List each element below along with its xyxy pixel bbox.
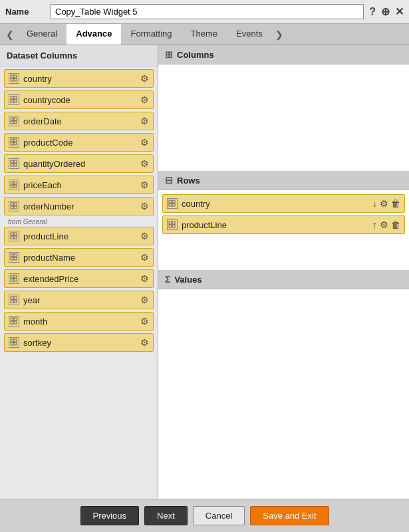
footer: Previous Next Cancel Save and Exit xyxy=(0,499,409,532)
tab-events[interactable]: Events xyxy=(227,24,272,45)
svg-rect-46 xyxy=(11,321,13,324)
row-delete-icon[interactable]: 🗑 xyxy=(391,198,400,209)
svg-rect-24 xyxy=(11,203,13,205)
column-gear-icon[interactable]: ⚙ xyxy=(140,137,149,148)
values-section-body xyxy=(158,289,409,499)
column-type-icon xyxy=(9,273,19,284)
tab-advance[interactable]: Advance xyxy=(67,24,121,45)
row-delete-icon[interactable]: 🗑 xyxy=(391,219,400,230)
svg-rect-21 xyxy=(14,182,17,184)
svg-rect-44 xyxy=(11,318,13,321)
row-gear-icon[interactable]: ⚙ xyxy=(380,219,388,230)
svg-rect-22 xyxy=(11,185,13,188)
column-gear-icon[interactable]: ⚙ xyxy=(140,180,149,190)
svg-rect-37 xyxy=(14,275,17,278)
svg-rect-12 xyxy=(11,139,13,142)
list-item[interactable]: extendedPrice ⚙ xyxy=(4,269,154,288)
rows-section-body: country ↓ ⚙ 🗑 productLine ↑ ⚙ xyxy=(158,190,409,270)
list-item[interactable]: month ⚙ xyxy=(4,312,154,331)
svg-rect-18 xyxy=(11,164,13,166)
list-item[interactable]: productCode ⚙ xyxy=(4,133,154,152)
list-item[interactable]: productLine ⚙ xyxy=(4,227,154,245)
svg-rect-54 xyxy=(169,203,172,206)
column-name: productName xyxy=(23,253,138,263)
column-name: priceEach xyxy=(23,180,138,190)
list-item[interactable]: sortkey ⚙ xyxy=(4,333,154,352)
list-item[interactable]: quantityOrdered ⚙ xyxy=(4,154,154,173)
svg-rect-27 xyxy=(14,206,17,209)
tab-bar: ❮ General Advance Formatting Theme Event… xyxy=(0,24,409,45)
svg-rect-39 xyxy=(14,279,17,281)
move-icon[interactable]: ⊕ xyxy=(381,5,390,18)
column-type-icon xyxy=(9,295,19,305)
rows-section: ⊟ Rows country ↓ ⚙ 🗑 xyxy=(158,171,409,270)
previous-button[interactable]: Previous xyxy=(80,506,140,525)
column-gear-icon[interactable]: ⚙ xyxy=(140,252,149,263)
svg-rect-4 xyxy=(11,96,13,99)
list-item[interactable]: year ⚙ xyxy=(4,291,154,309)
header-icons: ? ⊕ ✕ xyxy=(369,5,404,18)
from-general-note: from General xyxy=(4,218,154,227)
column-gear-icon[interactable]: ⚙ xyxy=(140,158,149,169)
svg-rect-51 xyxy=(14,342,17,345)
column-gear-icon[interactable]: ⚙ xyxy=(140,231,149,241)
svg-rect-40 xyxy=(11,297,13,299)
svg-rect-2 xyxy=(11,78,13,81)
svg-rect-14 xyxy=(11,142,13,145)
column-gear-icon[interactable]: ⚙ xyxy=(140,94,149,105)
tab-arrow-left[interactable]: ❮ xyxy=(3,25,17,44)
list-item[interactable]: orderNumber ⚙ xyxy=(4,197,154,215)
svg-rect-38 xyxy=(11,279,13,281)
column-gear-icon[interactable]: ⚙ xyxy=(140,295,149,305)
svg-rect-13 xyxy=(14,139,17,142)
column-gear-icon[interactable]: ⚙ xyxy=(140,116,149,126)
svg-rect-16 xyxy=(11,160,13,163)
list-item[interactable]: country ⚙ xyxy=(4,69,154,88)
list-item[interactable]: orderDate ⚙ xyxy=(4,112,154,130)
next-button[interactable]: Next xyxy=(144,506,188,525)
column-type-icon xyxy=(9,116,19,126)
column-gear-icon[interactable]: ⚙ xyxy=(140,337,149,348)
svg-rect-59 xyxy=(172,225,175,227)
column-gear-icon[interactable]: ⚙ xyxy=(140,316,149,327)
values-section-icon: Σ xyxy=(165,274,170,285)
svg-rect-8 xyxy=(11,118,13,120)
svg-rect-25 xyxy=(14,203,17,205)
right-panel: ⊞ Columns ⊟ Rows xyxy=(158,45,409,499)
column-type-icon xyxy=(9,137,19,148)
svg-rect-1 xyxy=(14,75,17,78)
list-item[interactable]: productName ⚙ xyxy=(4,248,154,267)
list-item[interactable]: priceEach ⚙ xyxy=(4,176,154,194)
tab-general[interactable]: General xyxy=(17,24,67,45)
move-up-icon[interactable]: ↑ xyxy=(372,219,377,230)
tab-theme[interactable]: Theme xyxy=(182,24,227,45)
widget-name-input[interactable] xyxy=(51,4,364,19)
tab-arrow-right[interactable]: ❯ xyxy=(272,25,287,44)
svg-rect-45 xyxy=(14,318,17,321)
svg-rect-17 xyxy=(14,160,17,163)
svg-rect-6 xyxy=(11,100,13,102)
svg-rect-3 xyxy=(14,78,17,81)
row-gear-icon[interactable]: ⚙ xyxy=(380,198,388,209)
svg-rect-19 xyxy=(14,164,17,166)
svg-rect-7 xyxy=(14,100,17,102)
column-gear-icon[interactable]: ⚙ xyxy=(140,273,149,284)
column-gear-icon[interactable]: ⚙ xyxy=(140,201,149,211)
close-icon[interactable]: ✕ xyxy=(395,5,404,18)
column-name: year xyxy=(23,295,138,305)
row-actions: ↓ ⚙ 🗑 xyxy=(372,198,400,209)
help-icon[interactable]: ? xyxy=(369,6,376,18)
tab-formatting[interactable]: Formatting xyxy=(121,24,181,45)
move-down-icon[interactable]: ↓ xyxy=(372,198,377,209)
save-exit-button[interactable]: Save and Exit xyxy=(250,506,329,525)
list-item: country ↓ ⚙ 🗑 xyxy=(162,194,405,213)
svg-rect-52 xyxy=(169,200,172,203)
values-section-title: Values xyxy=(174,275,202,285)
list-item[interactable]: countrycode ⚙ xyxy=(4,90,154,109)
cancel-button[interactable]: Cancel xyxy=(193,506,245,525)
svg-rect-34 xyxy=(11,257,13,260)
column-gear-icon[interactable]: ⚙ xyxy=(140,73,149,84)
dataset-columns-list: country ⚙ countrycode ⚙ xyxy=(0,66,158,499)
rows-section-icon: ⊟ xyxy=(165,175,173,186)
svg-rect-28 xyxy=(11,233,13,235)
